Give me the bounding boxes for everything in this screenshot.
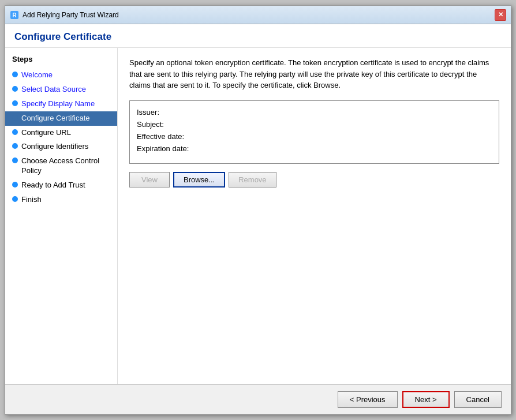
main-panel: Specify an optional token encryption cer… [118,48,511,384]
sidebar-item-select-data-source[interactable]: Select Data Source [5,82,117,97]
sidebar-title: Steps [5,55,117,68]
title-bar: R Add Relying Party Trust Wizard ✕ [5,6,511,24]
svg-text:R: R [12,12,17,18]
sidebar-item-label: Choose Access Control Policy [21,156,110,176]
sidebar-item-label: Specify Display Name [21,99,95,109]
sidebar-item-label: Configure Certificate [21,114,90,123]
cert-action-buttons: View Browse... Remove [129,172,499,187]
sidebar-item-label: Welcome [21,70,53,80]
step-dot [12,143,18,149]
sidebar-item-display-name[interactable]: Specify Display Name [5,97,117,111]
footer: < Previous Next > Cancel [5,384,511,414]
sidebar-item-label: Finish [21,195,42,205]
issuer-field: Issuer: [137,108,492,117]
step-dot [12,86,18,92]
sidebar-item-choose-access[interactable]: Choose Access Control Policy [5,154,117,178]
window-title: Add Relying Party Trust Wizard [23,11,495,19]
window-icon: R [10,10,19,20]
previous-button[interactable]: < Previous [338,391,398,408]
cancel-button[interactable]: Cancel [454,391,502,408]
step-dot [12,182,18,187]
subject-field: Subject: [137,120,492,129]
sidebar: Steps Welcome Select Data Source Specify… [5,48,118,384]
remove-button[interactable]: Remove [229,172,276,187]
sidebar-item-ready[interactable]: Ready to Add Trust [5,178,117,193]
sidebar-item-label: Ready to Add Trust [21,181,85,190]
wizard-window: R Add Relying Party Trust Wizard ✕ Confi… [5,5,511,415]
sidebar-item-label: Configure Identifiers [21,142,88,152]
sidebar-item-welcome[interactable]: Welcome [5,68,117,82]
view-button[interactable]: View [129,172,170,187]
content-area: Steps Welcome Select Data Source Specify… [5,48,511,384]
step-dot [12,129,18,135]
page-title: Configure Certificate [14,31,502,43]
page-header: Configure Certificate [5,24,511,48]
step-dot [12,158,18,163]
step-dot [12,100,18,106]
browse-button[interactable]: Browse... [173,172,225,187]
sidebar-item-label: Configure URL [21,128,71,138]
sidebar-item-label: Select Data Source [21,85,86,95]
step-dot [12,115,18,121]
sidebar-item-configure-url[interactable]: Configure URL [5,126,117,140]
expiration-date-field: Expiration date: [137,144,492,153]
step-dot [12,196,18,202]
sidebar-item-finish[interactable]: Finish [5,193,117,207]
effective-date-field: Effective date: [137,132,492,141]
close-button[interactable]: ✕ [495,9,506,21]
sidebar-item-configure-identifiers[interactable]: Configure Identifiers [5,140,117,154]
sidebar-item-configure-certificate[interactable]: Configure Certificate [5,111,117,126]
next-button[interactable]: Next > [402,391,450,408]
description-text: Specify an optional token encryption cer… [129,57,499,91]
certificate-info-box: Issuer: Subject: Effective date: Expirat… [129,100,499,164]
step-dot [12,72,18,77]
